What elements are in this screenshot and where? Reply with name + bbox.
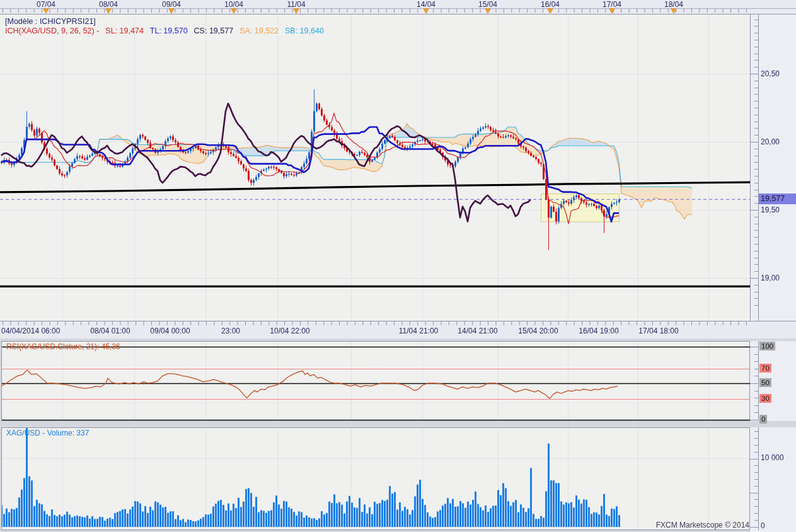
bottom-time-label: 16/04 19:00 [579, 327, 618, 335]
top-date-label: 14/04 [417, 1, 435, 8]
bottom-time-label: 04/04/2014 06:00 [1, 327, 60, 335]
legend-segment: SB: 19,640 [285, 26, 324, 35]
legend-segment: SA: 19,522 [239, 26, 279, 35]
bottom-time-label: 23:00 [221, 327, 240, 335]
bottom-time-label: 10/04 22:00 [270, 327, 309, 335]
rsi-level-badge: 30 [759, 394, 771, 403]
top-date-label: 09/04 [162, 1, 181, 8]
top-date-label: 15/04 [478, 1, 497, 8]
top-date-label: 07/04 [37, 1, 55, 8]
top-date-label: 10/04 [224, 1, 243, 8]
volume-tick-label: 0 [761, 522, 765, 529]
rsi-level-badge: 0 [759, 415, 767, 424]
bottom-time-label: 17/04 18:00 [638, 327, 678, 335]
rsi-indicator-label: RSI(XAG/USD.Cloture, 21): 45,36 [6, 343, 120, 350]
price-tick-label: 19,00 [761, 274, 780, 282]
legend-ichimoku-line: ICH(XAG/USD, 9, 26, 52) -SL: 19,474TL: 1… [5, 27, 330, 35]
bottom-time-label: 09/04 00:00 [150, 327, 190, 335]
legend-segment: ICH(XAG/USD, 9, 26, 52) - [5, 26, 99, 35]
bottom-time-label: 15/04 20:00 [518, 327, 558, 335]
top-date-label: 17/04 [603, 1, 621, 8]
price-tick-label: 20,50 [761, 70, 780, 78]
price-tick-label: 19,50 [761, 206, 780, 214]
fxcm-marketscope-chart: [Modèle : ICHICYPRSI21] ICH(XAG/USD, 9, … [0, 0, 796, 532]
bottom-time-label: 14/04 21:00 [458, 327, 497, 335]
rsi-level-badge: 70 [759, 364, 771, 373]
fxcm-watermark: FXCM Marketscope © 2014 [656, 521, 749, 529]
top-date-label: 18/04 [664, 1, 683, 8]
chart-canvas[interactable] [0, 0, 796, 532]
bottom-time-label: 11/04 21:00 [399, 327, 439, 335]
rsi-level-badge: 100 [759, 342, 775, 350]
price-tick-label: 20,00 [761, 138, 780, 146]
bottom-time-label: 08/04 01:00 [90, 327, 130, 335]
current-price-badge: 19,577 [759, 194, 796, 204]
legend-segment: CS: 19,577 [194, 26, 234, 35]
legend-model-line: [Modèle : ICHICYPRSI21] [5, 18, 96, 25]
volume-tick-label: 10 000 [761, 454, 784, 461]
legend-segment: TL: 19,570 [150, 26, 188, 35]
legend-segment: SL: 19,474 [105, 26, 143, 35]
rsi-level-badge: 50 [759, 378, 771, 387]
volume-indicator-label: XAG/USD - Volume: 337 [6, 429, 89, 437]
top-date-label: 08/04 [99, 1, 118, 8]
top-date-label: 16/04 [541, 1, 560, 8]
top-date-label: 11/04 [287, 1, 305, 8]
